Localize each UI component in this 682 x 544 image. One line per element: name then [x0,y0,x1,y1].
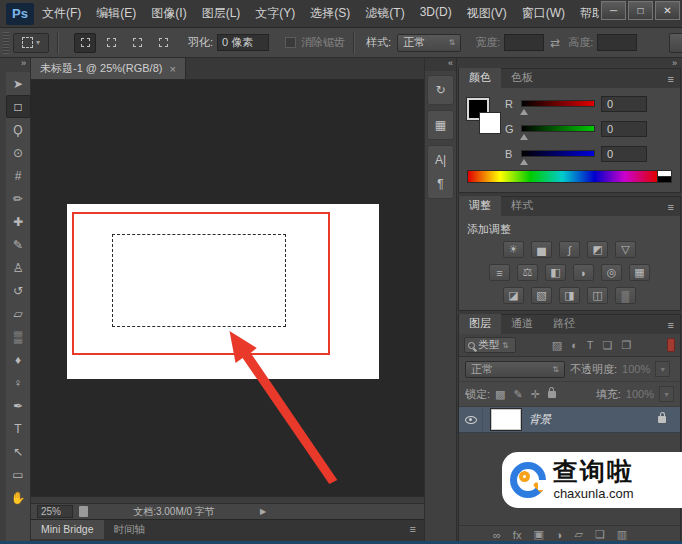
strip-collapse-icon[interactable]: « [425,58,456,71]
subtract-from-selection-button[interactable] [126,33,148,53]
width-input[interactable] [504,34,544,51]
lock-image-icon[interactable]: ✎ [513,388,522,401]
lock-transparency-icon[interactable]: ▩ [495,388,505,401]
tool-preset-button[interactable]: ▾ [13,33,49,53]
lasso-tool-icon[interactable]: Ϙ [6,118,31,141]
menu-type[interactable]: 文字(Y) [255,5,295,22]
layer-thumbnail[interactable] [491,409,521,430]
layer-effects-icon[interactable]: fx [513,529,522,541]
intersect-selection-button[interactable] [152,33,174,53]
menu-filter[interactable]: 滤镜(T) [365,5,404,22]
opacity-value[interactable]: 100% [622,363,650,375]
move-tool-icon[interactable]: ➤ [6,72,31,95]
photo-filter-icon[interactable]: ◗ [573,264,594,281]
blue-slider-thumb[interactable] [520,159,528,165]
crop-tool-icon[interactable]: # [6,164,31,187]
dock-collapse-icon[interactable]: » [457,58,682,68]
threshold-icon[interactable]: ◨ [559,287,580,304]
lock-all-icon[interactable] [548,391,556,398]
tab-styles[interactable]: 样式 [501,196,543,216]
posterize-icon[interactable]: ▧ [531,287,552,304]
layer-filter-kind-dropdown[interactable]: 类型 ⇅ [464,337,516,353]
filter-smart-objects-icon[interactable]: ❐ [621,339,631,352]
toolbar-collapse-icon[interactable]: » [6,58,30,72]
pen-tool-icon[interactable]: ✒ [6,394,31,417]
properties-panel-icon[interactable]: ▦ [428,113,453,137]
maximize-button[interactable]: □ [628,1,653,20]
document-tab[interactable]: 未标题-1 @ 25%(RGB/8) × [31,58,186,79]
filter-type-layers-icon[interactable]: T [587,339,594,352]
new-layer-icon[interactable]: ❏ [595,528,605,541]
tab-layers[interactable]: 图层 [459,314,501,334]
refine-edge-button[interactable] [669,33,682,53]
new-group-icon[interactable]: ▱ [574,528,582,541]
blend-mode-dropdown[interactable]: 正常 ⇅ [465,361,565,378]
path-selection-tool-icon[interactable]: ↖ [6,440,31,463]
green-slider[interactable] [521,125,595,132]
history-panel-icon[interactable]: ↻ [428,78,453,102]
menu-select[interactable]: 选择(S) [310,5,350,22]
dock-menu-icon[interactable]: ≡ [410,520,424,535]
lock-position-icon[interactable]: ✛ [531,388,540,401]
menu-edit[interactable]: 编辑(E) [96,5,136,22]
options-grip[interactable] [3,32,9,54]
paragraph-panel-icon[interactable]: ¶ [428,172,453,196]
fill-value[interactable]: 100% [626,388,654,400]
dodge-tool-icon[interactable]: ♀ [6,371,31,394]
color-balance-icon[interactable]: ⚖ [517,264,538,281]
layer-visibility-eye-icon[interactable] [465,416,477,424]
blue-slider[interactable] [521,150,595,157]
link-layers-icon[interactable]: ∞ [493,529,501,541]
blur-tool-icon[interactable]: ♦ [6,348,31,371]
height-input[interactable] [597,34,637,51]
tab-mini-bridge[interactable]: Mini Bridge [31,520,104,539]
panel-menu-icon[interactable]: ≡ [668,201,680,216]
tab-paths[interactable]: 路径 [543,314,585,334]
menu-image[interactable]: 图像(I) [151,5,186,22]
panel-menu-icon[interactable]: ≡ [668,73,680,88]
tab-swatches[interactable]: 色板 [501,68,543,88]
history-brush-tool-icon[interactable]: ↺ [6,279,31,302]
selective-color-icon[interactable]: ◫ [587,287,608,304]
color-lookup-icon[interactable]: ▦ [629,264,650,281]
new-selection-button[interactable] [74,33,96,53]
menu-3d[interactable]: 3D(D) [420,5,452,22]
black-white-icon[interactable]: ◧ [545,264,566,281]
brush-tool-icon[interactable]: ✎ [6,233,31,256]
exposure-icon[interactable]: ◩ [587,241,608,258]
invert-icon[interactable]: ◪ [503,287,524,304]
background-color-swatch[interactable] [480,113,500,133]
quick-selection-tool-icon[interactable]: ⊙ [6,141,31,164]
layer-filter-toggle[interactable] [667,338,675,352]
new-adjustment-layer-icon[interactable]: ◑ [556,529,563,541]
menu-window[interactable]: 窗口(W) [522,5,565,22]
fill-dropdown-icon[interactable]: ▾ [659,386,674,402]
filter-shape-layers-icon[interactable]: ❏ [603,339,613,352]
close-button[interactable]: ✕ [655,1,680,20]
canvas-area[interactable] [31,80,424,496]
type-tool-icon[interactable]: T [6,417,31,440]
vibrance-icon[interactable]: ▽ [615,241,636,258]
tab-timeline[interactable]: 时间轴 [104,520,156,541]
tab-color[interactable]: 颜色 [459,68,501,88]
hue-saturation-icon[interactable]: ≡ [489,264,510,281]
zoom-level-field[interactable]: 25% [37,505,73,518]
green-slider-thumb[interactable] [520,134,528,140]
eraser-tool-icon[interactable]: ▱ [6,302,31,325]
swap-dimensions-icon[interactable]: ⇄ [550,36,560,50]
menu-help[interactable]: 帮助(H) [580,5,599,22]
filter-pixel-layers-icon[interactable]: ▨ [552,339,562,352]
horizontal-scrollbar[interactable] [31,496,424,503]
menu-view[interactable]: 视图(V) [467,5,507,22]
spectrum-white-swatch[interactable] [658,170,672,177]
gradient-map-icon[interactable]: ▒ [615,287,636,304]
hand-tool-icon[interactable]: ✋ [6,486,31,509]
status-menu-arrow-icon[interactable]: ▶ [260,507,266,516]
spot-healing-brush-tool-icon[interactable]: ✚ [6,210,31,233]
feather-input[interactable]: 0 像素 [217,34,269,51]
tab-adjustments[interactable]: 调整 [459,196,501,216]
eyedropper-tool-icon[interactable]: ✏ [6,187,31,210]
panel-menu-icon[interactable]: ≡ [668,319,680,334]
menu-file[interactable]: 文件(F) [42,5,81,22]
add-to-selection-button[interactable] [100,33,122,53]
